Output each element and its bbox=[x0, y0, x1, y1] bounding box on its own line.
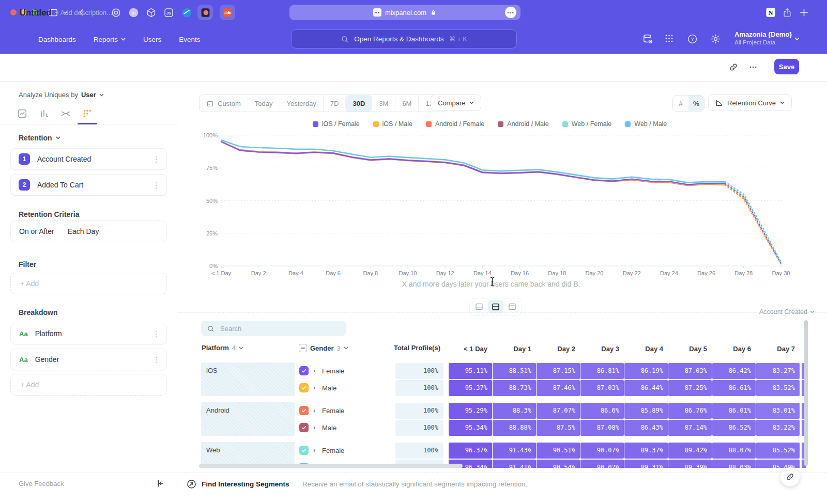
retention-value-cell[interactable]: 87.25% bbox=[668, 380, 712, 396]
retention-value-cell[interactable]: 87.5% bbox=[537, 420, 580, 436]
collapse-sidebar-icon[interactable] bbox=[155, 478, 165, 489]
address-bar[interactable]: mixpanel.com ••• bbox=[289, 5, 520, 20]
copy-link-icon[interactable] bbox=[729, 62, 738, 72]
retention-value-cell[interactable]: 87.14% bbox=[668, 420, 712, 436]
page-title[interactable]: Untitled bbox=[20, 8, 51, 18]
more-options-icon[interactable] bbox=[748, 62, 758, 72]
js-extension-icon[interactable]: JS bbox=[163, 7, 174, 18]
gender-column-header[interactable]: Gender3 bbox=[299, 344, 348, 352]
retention-value-cell[interactable]: 86.43% bbox=[624, 420, 668, 436]
compare-button[interactable]: Compare bbox=[431, 94, 481, 111]
series-checkbox[interactable] bbox=[299, 366, 309, 375]
range-custom[interactable]: Custom bbox=[200, 95, 248, 112]
day-column-header[interactable]: Day 3 bbox=[580, 345, 624, 354]
retention-step-2[interactable]: 2 Added To Cart ⋮ bbox=[10, 174, 167, 196]
expand-row-icon[interactable]: › bbox=[313, 384, 315, 391]
retention-value-cell[interactable]: 90.02% bbox=[580, 460, 624, 468]
nav-item-users[interactable]: Users bbox=[143, 36, 161, 43]
notes-extension-icon[interactable] bbox=[200, 7, 211, 18]
retention-line-chart[interactable]: 0%25%50%75%100%< 1 DayDay 2Day 4Day 6Day… bbox=[201, 129, 795, 280]
legend-item[interactable]: Web / Female bbox=[562, 120, 612, 128]
day-column-header[interactable]: Day 5 bbox=[668, 345, 712, 354]
table-search-input[interactable] bbox=[219, 324, 340, 333]
retention-value-cell[interactable]: 83.22% bbox=[756, 420, 800, 436]
retention-value-cell[interactable]: 88.03% bbox=[712, 460, 756, 468]
layout-split-button[interactable] bbox=[488, 300, 503, 313]
retention-value-cell[interactable]: 87.15% bbox=[537, 363, 580, 379]
retention-value-cell[interactable]: 87.03% bbox=[668, 363, 712, 379]
help-icon[interactable]: ? bbox=[687, 34, 698, 44]
expand-row-icon[interactable]: › bbox=[313, 406, 315, 414]
legend-item[interactable]: iOS / Male bbox=[373, 120, 412, 128]
avatar-extension-icon[interactable]: m bbox=[128, 7, 139, 18]
find-segments-title[interactable]: Find Interesting Segments bbox=[202, 480, 289, 488]
new-tab-icon[interactable] bbox=[799, 7, 809, 18]
retention-value-cell[interactable]: 86.61% bbox=[712, 380, 756, 396]
retention-value-cell[interactable]: 89.42% bbox=[668, 443, 712, 459]
retention-value-cell[interactable]: 86.52% bbox=[712, 420, 756, 436]
retention-value-cell[interactable]: 90.54% bbox=[537, 460, 580, 468]
series-checkbox[interactable] bbox=[299, 406, 309, 415]
retention-value-cell[interactable]: 88.3% bbox=[493, 403, 536, 419]
vertical-scrollbar[interactable] bbox=[804, 320, 808, 466]
retention-value-cell[interactable]: 88.07% bbox=[712, 443, 756, 459]
kebab-menu-icon[interactable]: ⋮ bbox=[152, 181, 160, 189]
retention-value-cell[interactable]: 85.49% bbox=[756, 460, 800, 468]
retention-value-cell[interactable]: 88.73% bbox=[493, 380, 536, 396]
layout-table-only-button[interactable] bbox=[504, 300, 520, 313]
give-feedback-link[interactable]: Give Feedback bbox=[19, 480, 64, 487]
retention-criteria-card[interactable]: On or After Each Day bbox=[10, 220, 167, 242]
criteria-mode[interactable]: On or After bbox=[19, 227, 54, 235]
breakdown-platform[interactable]: Aa Platform ⋮ bbox=[10, 323, 167, 344]
retention-value-cell[interactable]: 96.37% bbox=[449, 443, 492, 459]
nav-item-events[interactable]: Events bbox=[179, 36, 200, 43]
retention-value-cell[interactable]: 88.51% bbox=[493, 363, 536, 379]
layout-chart-only-button[interactable] bbox=[471, 300, 487, 313]
day-column-header[interactable]: < 1 Day bbox=[449, 345, 492, 354]
globe-extension-icon[interactable] bbox=[181, 7, 192, 18]
retention-value-cell[interactable]: 95.34% bbox=[449, 420, 492, 436]
retention-value-cell[interactable]: 86.6% bbox=[580, 403, 624, 419]
window-close-button[interactable] bbox=[10, 9, 17, 15]
retention-value-cell[interactable]: 85.52% bbox=[756, 443, 800, 459]
target-extension-icon[interactable] bbox=[111, 7, 121, 18]
chart-type-select[interactable]: Retention Curve bbox=[708, 94, 792, 111]
retention-value-cell[interactable]: 87.08% bbox=[580, 420, 624, 436]
tab-funnels-icon[interactable] bbox=[37, 107, 51, 120]
day-column-header[interactable]: Day 2 bbox=[537, 345, 580, 354]
retention-step-1[interactable]: 1 Account Created ⋮ bbox=[10, 148, 167, 170]
retention-value-cell[interactable]: 86.81% bbox=[580, 363, 624, 379]
platform-cell[interactable]: iOS bbox=[201, 363, 295, 396]
retention-value-cell[interactable]: 83.52% bbox=[756, 380, 800, 396]
platform-column-header[interactable]: Platform4 bbox=[202, 344, 243, 352]
expand-row-icon[interactable]: › bbox=[313, 367, 315, 374]
retention-value-cell[interactable]: 86.76% bbox=[668, 403, 712, 419]
breakdown-scope-select[interactable]: Account Created bbox=[759, 308, 815, 316]
total-profiles-header[interactable]: Total Profile(s) bbox=[365, 344, 440, 352]
tab-retention-icon[interactable] bbox=[81, 107, 94, 120]
unit-number[interactable]: # bbox=[673, 96, 688, 111]
expand-row-icon[interactable]: › bbox=[313, 423, 315, 431]
nav-item-dashboards[interactable]: Dashboards bbox=[38, 36, 76, 43]
legend-item[interactable]: Android / Male bbox=[498, 120, 549, 128]
horizontal-scrollbar[interactable] bbox=[199, 464, 463, 468]
filter-add-button[interactable]: + Add bbox=[10, 273, 167, 294]
retention-value-cell[interactable]: 90.07% bbox=[580, 443, 624, 459]
description-placeholder[interactable]: + Add description... bbox=[55, 9, 112, 17]
select-all-checkbox[interactable] bbox=[299, 344, 307, 352]
series-checkbox[interactable] bbox=[299, 423, 309, 432]
retention-value-cell[interactable]: 86.19% bbox=[624, 363, 668, 379]
day-column-header[interactable]: Day 7 bbox=[756, 345, 800, 354]
retention-value-cell[interactable]: 86.42% bbox=[712, 363, 756, 379]
page-options-icon[interactable]: ••• bbox=[505, 7, 516, 18]
share-link-button[interactable] bbox=[780, 467, 800, 486]
soundcloud-extension-icon[interactable] bbox=[222, 7, 233, 18]
retention-value-cell[interactable]: 87.07% bbox=[537, 403, 580, 419]
unit-percent[interactable]: % bbox=[688, 96, 704, 111]
retention-value-cell[interactable]: 89.39% bbox=[668, 460, 712, 468]
retention-value-cell[interactable]: 83.27% bbox=[756, 363, 800, 379]
retention-value-cell[interactable]: 89.37% bbox=[624, 443, 668, 459]
global-search[interactable]: Open Reports & Dashboards ⌘ + K bbox=[291, 29, 517, 49]
tab-insights-icon[interactable] bbox=[16, 107, 29, 120]
share-icon[interactable] bbox=[782, 7, 792, 18]
